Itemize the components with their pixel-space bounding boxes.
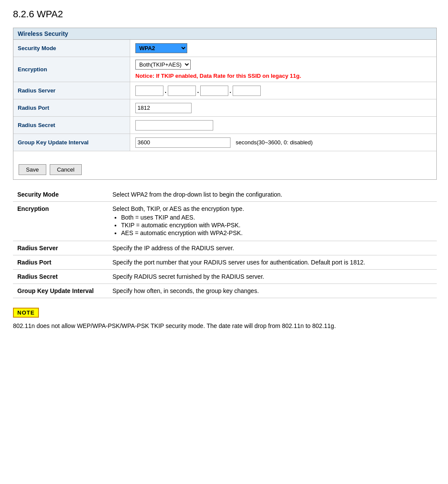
desc-row-2: Radius ServerSpecify the IP address of t…	[13, 241, 437, 255]
group-key-input[interactable]	[135, 137, 230, 148]
encryption-content: Both(TKIP+AES) TKIP AES Notice: If TKIP …	[130, 57, 436, 82]
desc-row-1: EncryptionSelect Both, TKIP, or AES as t…	[13, 202, 437, 241]
radius-port-input[interactable]	[135, 103, 192, 113]
group-key-content: seconds(30~3600, 0: disabled)	[130, 135, 436, 150]
desc-row-5: Group Key Update IntervalSpecify how oft…	[13, 284, 437, 298]
group-key-suffix: seconds(30~3600, 0: disabled)	[236, 139, 313, 146]
ip-octet-2[interactable]	[168, 86, 196, 96]
radius-server-label: Radius Server	[13, 82, 130, 99]
radius-server-content: . . .	[130, 83, 436, 99]
spacer-row	[13, 151, 436, 160]
desc-bullet: TKIP = automatic encryption with WPA-PSK…	[121, 222, 432, 229]
ip-octet-3[interactable]	[200, 86, 228, 96]
encryption-row: Encryption Both(TKIP+AES) TKIP AES Notic…	[13, 57, 436, 82]
ip-dot-2: .	[196, 87, 200, 94]
ip-octet-4[interactable]	[233, 86, 261, 96]
security-mode-select[interactable]: WPA2 WPA WEP Disable	[135, 43, 187, 53]
desc-detail-4: Specify RADIUS secret furnished by the R…	[108, 270, 437, 284]
desc-term-2: Radius Server	[13, 241, 108, 255]
ip-dot-1: .	[163, 87, 168, 94]
note-text: 802.11n does not allow WEP/WPA-PSK/WPA-P…	[13, 321, 437, 331]
ip-address-group: . . .	[135, 86, 261, 96]
desc-term-5: Group Key Update Interval	[13, 284, 108, 298]
desc-row-0: Security ModeSelect WPA2 from the drop-d…	[13, 188, 437, 202]
encryption-select[interactable]: Both(TKIP+AES) TKIP AES	[135, 60, 191, 70]
cancel-button[interactable]: Cancel	[50, 164, 82, 175]
form-header: Wireless Security	[13, 28, 436, 40]
desc-detail-2: Specify the IP address of the RADIUS ser…	[108, 241, 437, 255]
radius-secret-content	[130, 118, 436, 133]
desc-bullet: AES = automatic encryption with WPA2-PSK…	[121, 229, 432, 236]
group-key-row: Group Key Update Interval seconds(30~360…	[13, 134, 436, 151]
desc-bullet: Both = uses TKIP and AES.	[121, 214, 432, 221]
desc-detail-3: Specify the port number that your RADIUS…	[108, 255, 437, 270]
desc-term-3: Radius Port	[13, 255, 108, 270]
desc-term-0: Security Mode	[13, 188, 108, 202]
note-badge: NOTE	[13, 308, 39, 318]
desc-term-1: Encryption	[13, 202, 108, 241]
radius-secret-row: Radius Secret	[13, 117, 436, 134]
note-section: NOTE 802.11n does not allow WEP/WPA-PSK/…	[13, 308, 437, 331]
radius-port-row: Radius Port	[13, 99, 436, 117]
desc-detail-1: Select Both, TKIP, or AES as the encrypt…	[108, 202, 437, 241]
group-key-label: Group Key Update Interval	[13, 134, 130, 151]
ip-dot-3: .	[228, 87, 233, 94]
radius-port-label: Radius Port	[13, 99, 130, 116]
security-mode-label: Security Mode	[13, 40, 130, 57]
save-button[interactable]: Save	[19, 164, 46, 175]
description-table: Security ModeSelect WPA2 from the drop-d…	[13, 188, 437, 298]
desc-row-4: Radius SecretSpecify RADIUS secret furni…	[13, 270, 437, 284]
desc-detail-0: Select WPA2 from the drop-down list to b…	[108, 188, 437, 202]
desc-term-4: Radius Secret	[13, 270, 108, 284]
desc-detail-5: Specify how often, in seconds, the group…	[108, 284, 437, 298]
encryption-notice: Notice: If TKIP enabled, Data Rate for t…	[135, 73, 301, 79]
page-title: 8.2.6 WPA2	[13, 9, 435, 20]
security-mode-row: Security Mode WPA2 WPA WEP Disable	[13, 40, 436, 57]
radius-port-content	[130, 100, 436, 116]
wireless-security-form: Wireless Security Security Mode WPA2 WPA…	[13, 28, 437, 180]
desc-row-3: Radius PortSpecify the port number that …	[13, 255, 437, 270]
radius-secret-label: Radius Secret	[13, 117, 130, 134]
radius-secret-input[interactable]	[135, 120, 213, 131]
ip-octet-1[interactable]	[135, 86, 163, 96]
security-mode-content: WPA2 WPA WEP Disable	[130, 41, 436, 56]
button-row: Save Cancel	[13, 160, 436, 179]
radius-server-row: Radius Server . . .	[13, 82, 436, 99]
encryption-label: Encryption	[13, 57, 130, 82]
